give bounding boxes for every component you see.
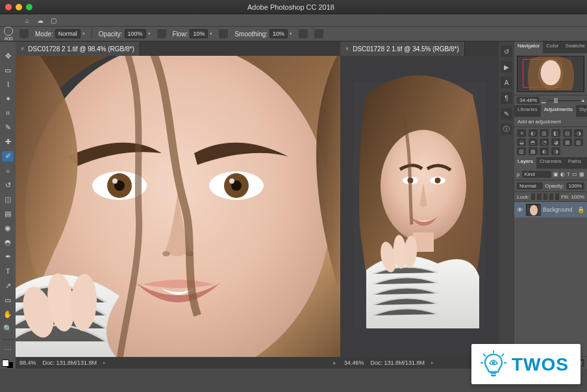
scroll-arrow-icon[interactable]: ▸: [333, 360, 336, 366]
document-tab-1[interactable]: × DSC01728 2 1.tif @ 98.4% (RGB/8*): [16, 42, 140, 56]
path-tool[interactable]: ↗: [2, 280, 14, 291]
home-icon[interactable]: ⌂: [23, 16, 32, 25]
close-tab-icon[interactable]: ×: [21, 45, 24, 52]
adj-colorbalance-icon[interactable]: ◒: [517, 138, 526, 146]
frame-icon[interactable]: ▢: [49, 16, 58, 25]
adj-exposure-icon[interactable]: ◧: [551, 129, 560, 137]
pressure-opacity-icon[interactable]: [157, 29, 166, 38]
kind-select[interactable]: Kind: [522, 171, 552, 178]
adj-gradientmap-icon[interactable]: ◑: [551, 147, 560, 155]
brush-settings-icon[interactable]: [19, 29, 29, 38]
tab-color[interactable]: Color: [543, 42, 562, 53]
wand-tool[interactable]: ✦: [2, 93, 14, 104]
smoothing-settings-icon[interactable]: [299, 29, 308, 38]
blur-tool[interactable]: ◉: [2, 223, 14, 234]
lock-transparent-icon[interactable]: [531, 193, 535, 200]
tab-swatches[interactable]: Swatche: [562, 42, 587, 53]
brush-preset-picker[interactable]: 400: [4, 27, 13, 42]
chevron-right-icon[interactable]: ▸: [431, 360, 434, 365]
marquee-tool[interactable]: ▭: [2, 65, 14, 75]
brush-tool[interactable]: ✐: [2, 151, 14, 162]
navigator-zoom-value[interactable]: 34.46%: [517, 97, 540, 104]
tab-layers[interactable]: Layers: [514, 157, 536, 169]
airbrush-icon[interactable]: [219, 29, 228, 38]
shape-tool[interactable]: ▭: [2, 295, 14, 305]
adj-hue-icon[interactable]: ◑: [574, 129, 583, 137]
flow-input[interactable]: 10%: [190, 29, 208, 38]
lock-artboard-icon[interactable]: [549, 193, 553, 200]
gradient-tool[interactable]: ▤: [2, 208, 14, 219]
lock-all-icon[interactable]: [555, 193, 559, 200]
layer-opacity-input[interactable]: 100%: [566, 182, 584, 190]
tab-paths[interactable]: Paths: [565, 157, 584, 169]
adj-colorlookup-icon[interactable]: ▦: [563, 138, 572, 146]
chevron-right-icon[interactable]: ▸: [103, 360, 106, 365]
filter-type-icon[interactable]: T: [567, 171, 570, 177]
hand-tool[interactable]: ✋: [2, 309, 14, 319]
close-window-icon[interactable]: [5, 4, 12, 10]
lock-icon[interactable]: 🔒: [577, 206, 584, 213]
smoothing-input[interactable]: 10%: [269, 29, 288, 38]
blend-mode-select[interactable]: Normal: [517, 182, 543, 190]
history-brush-tool[interactable]: ↺: [2, 180, 14, 190]
actions-panel-icon[interactable]: ▶: [501, 61, 512, 73]
paragraph-panel-icon[interactable]: ¶: [501, 92, 512, 104]
status-zoom[interactable]: 34.46%: [344, 360, 364, 366]
adj-posterize-icon[interactable]: ▨: [517, 147, 526, 155]
eraser-tool[interactable]: ◫: [2, 194, 14, 204]
tab-styles[interactable]: Styles: [576, 105, 587, 117]
dodge-tool[interactable]: ◓: [2, 238, 14, 248]
color-swatches[interactable]: [2, 360, 14, 369]
adj-bw-icon[interactable]: ◓: [529, 138, 538, 146]
crop-tool[interactable]: ⌗: [2, 108, 14, 119]
fill-input[interactable]: 100%: [571, 194, 584, 200]
navigator-viewbox[interactable]: [523, 59, 562, 88]
history-panel-icon[interactable]: ↺: [501, 45, 512, 57]
lock-position-icon[interactable]: [543, 193, 547, 200]
lock-pixels-icon[interactable]: [537, 193, 541, 200]
zoom-in-icon[interactable]: ▴: [582, 97, 584, 103]
edit-toolbar-icon[interactable]: ⋯: [2, 345, 14, 355]
adj-brightness-icon[interactable]: ☀: [517, 129, 526, 137]
symmetry-icon[interactable]: [314, 29, 323, 38]
lasso-tool[interactable]: ⌇: [2, 79, 14, 90]
filter-smart-icon[interactable]: ▦: [579, 171, 584, 177]
document-tab-2[interactable]: × DSC01728 2 1.tif @ 34.5% (RGB/8*): [340, 42, 465, 56]
canvas-1[interactable]: [16, 56, 340, 357]
tab-channels[interactable]: Channels: [536, 157, 565, 169]
layer-name[interactable]: Background: [543, 206, 575, 213]
filter-pixel-icon[interactable]: ▣: [553, 171, 558, 177]
tab-navigator[interactable]: Navigator: [514, 42, 543, 53]
adj-vibrance-icon[interactable]: ▤: [563, 129, 572, 137]
adj-levels-icon[interactable]: ◐: [529, 129, 538, 137]
character-panel-icon[interactable]: A: [501, 77, 512, 88]
stamp-tool[interactable]: ⟐: [2, 165, 14, 176]
tab-adjustments[interactable]: Adjustments: [541, 105, 576, 117]
adj-selective-icon[interactable]: ◐: [540, 147, 549, 155]
adj-channelmixer-icon[interactable]: ◕: [551, 138, 560, 146]
adj-threshold-icon[interactable]: ▩: [529, 147, 538, 155]
eyedropper-tool[interactable]: ✎: [2, 123, 14, 133]
layer-row-background[interactable]: 👁 Background 🔒: [514, 202, 587, 217]
adj-invert-icon[interactable]: ▧: [574, 138, 583, 146]
adj-curves-icon[interactable]: ▥: [540, 129, 549, 137]
type-tool[interactable]: T: [2, 266, 14, 276]
minimize-window-icon[interactable]: [16, 4, 22, 10]
adj-photofilter-icon[interactable]: ◔: [540, 138, 549, 146]
opacity-input[interactable]: 100%: [125, 29, 146, 38]
pen-tool[interactable]: ✒: [2, 252, 14, 262]
status-zoom[interactable]: 98.4%: [19, 360, 36, 366]
brushes-panel-icon[interactable]: ✎: [501, 108, 512, 119]
visibility-icon[interactable]: 👁: [517, 206, 523, 214]
maximize-window-icon[interactable]: [26, 4, 32, 10]
filter-shape-icon[interactable]: ▭: [572, 171, 577, 177]
zoom-out-icon[interactable]: ▁: [542, 97, 545, 103]
close-tab-icon[interactable]: ×: [345, 45, 349, 52]
mode-select[interactable]: Normal: [55, 29, 81, 38]
navigator-thumbnail[interactable]: [517, 56, 584, 92]
navigator-zoom-slider[interactable]: [547, 100, 580, 101]
filter-adjust-icon[interactable]: ◐: [560, 171, 565, 177]
info-panel-icon[interactable]: ⓘ: [501, 123, 512, 135]
zoom-tool[interactable]: 🔍: [2, 323, 14, 334]
cloud-icon[interactable]: ☁: [36, 16, 45, 25]
